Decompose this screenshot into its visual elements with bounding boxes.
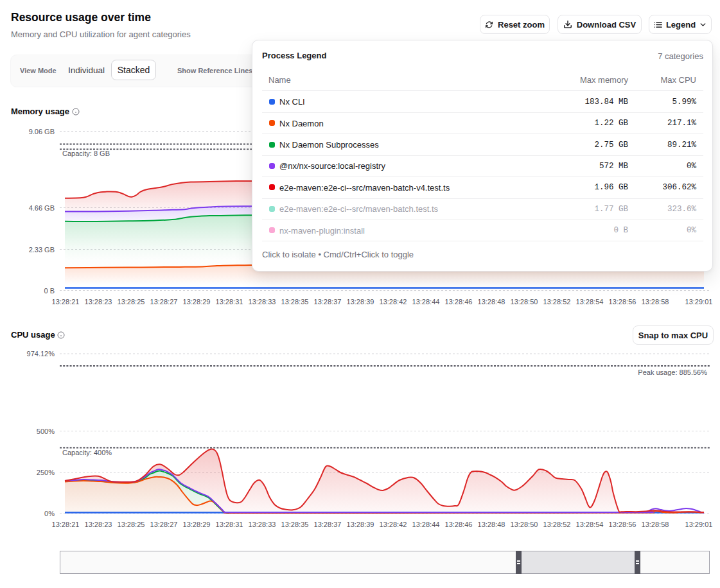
svg-text:13:28:48: 13:28:48 <box>478 298 505 306</box>
svg-text:13:28:42: 13:28:42 <box>380 521 407 528</box>
svg-text:13:29:01: 13:29:01 <box>685 521 713 528</box>
svg-text:13:28:54: 13:28:54 <box>576 521 604 528</box>
svg-text:13:28:50: 13:28:50 <box>511 521 538 528</box>
svg-text:13:28:29: 13:28:29 <box>183 298 211 306</box>
svg-text:13:28:29: 13:28:29 <box>183 521 211 528</box>
svg-text:13:28:44: 13:28:44 <box>412 521 440 528</box>
svg-text:13:28:37: 13:28:37 <box>314 521 342 528</box>
svg-text:0%: 0% <box>44 510 55 517</box>
svg-text:Capacity: 8 GB: Capacity: 8 GB <box>62 150 110 157</box>
svg-text:13:28:44: 13:28:44 <box>412 298 440 306</box>
svg-text:13:28:56: 13:28:56 <box>609 298 637 306</box>
svg-text:13:29:01: 13:29:01 <box>685 298 713 306</box>
svg-text:13:28:39: 13:28:39 <box>347 521 374 528</box>
svg-text:250%: 250% <box>37 469 55 476</box>
svg-text:13:28:27: 13:28:27 <box>150 521 178 528</box>
svg-text:13:28:56: 13:28:56 <box>609 521 637 528</box>
svg-text:13:28:46: 13:28:46 <box>445 298 473 306</box>
svg-text:13:28:39: 13:28:39 <box>347 298 374 306</box>
svg-text:974.12%: 974.12% <box>27 350 55 358</box>
svg-text:13:28:25: 13:28:25 <box>118 521 145 528</box>
svg-text:13:28:52: 13:28:52 <box>543 521 571 528</box>
svg-text:13:28:50: 13:28:50 <box>511 298 538 306</box>
svg-text:0 B: 0 B <box>44 287 55 295</box>
svg-text:13:28:31: 13:28:31 <box>216 521 243 528</box>
svg-text:13:28:48: 13:28:48 <box>478 521 505 528</box>
svg-text:13:28:58: 13:28:58 <box>642 298 669 306</box>
svg-text:13:28:35: 13:28:35 <box>281 521 309 528</box>
svg-text:13:28:23: 13:28:23 <box>85 521 112 528</box>
svg-text:13:28:46: 13:28:46 <box>445 521 473 528</box>
svg-text:9.06 GB: 9.06 GB <box>29 128 55 135</box>
svg-text:13:28:35: 13:28:35 <box>281 298 309 306</box>
svg-text:13:28:33: 13:28:33 <box>249 521 276 528</box>
svg-text:500%: 500% <box>37 428 55 435</box>
svg-text:13:28:33: 13:28:33 <box>249 298 276 306</box>
svg-text:13:28:21: 13:28:21 <box>52 521 80 528</box>
svg-text:13:28:52: 13:28:52 <box>543 298 571 306</box>
svg-text:2.33 GB: 2.33 GB <box>29 246 55 254</box>
svg-text:13:28:25: 13:28:25 <box>118 298 145 306</box>
svg-text:13:28:54: 13:28:54 <box>576 298 604 306</box>
svg-text:13:28:58: 13:28:58 <box>642 521 669 528</box>
svg-text:13:28:27: 13:28:27 <box>150 298 178 306</box>
svg-text:Capacity: 400%: Capacity: 400% <box>62 449 112 456</box>
svg-text:13:28:42: 13:28:42 <box>380 298 407 306</box>
svg-text:13:28:37: 13:28:37 <box>314 298 342 306</box>
svg-text:4.66 GB: 4.66 GB <box>29 204 55 212</box>
svg-text:13:28:23: 13:28:23 <box>85 298 112 306</box>
svg-text:Peak usage: 885.56%: Peak usage: 885.56% <box>638 368 707 376</box>
svg-text:13:28:31: 13:28:31 <box>216 298 243 306</box>
svg-text:13:28:21: 13:28:21 <box>52 298 80 306</box>
